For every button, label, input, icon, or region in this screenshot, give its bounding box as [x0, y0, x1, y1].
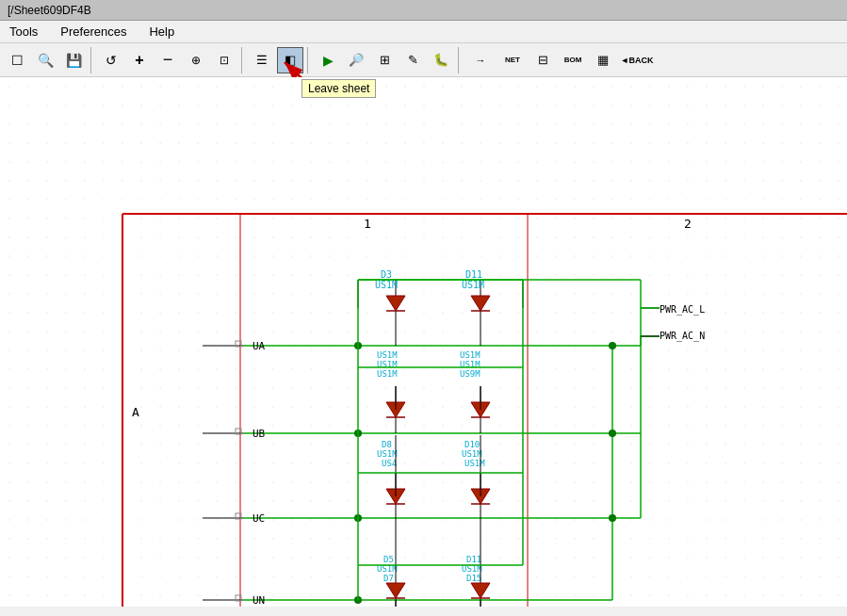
svg-text:US9M: US9M: [460, 369, 481, 379]
tb-highlight[interactable]: ◧: [277, 47, 303, 73]
svg-text:US1M: US1M: [377, 369, 398, 379]
tb-component[interactable]: ⊞: [371, 47, 398, 73]
net-ua: UA: [252, 340, 266, 352]
tb-pcb[interactable]: ▦: [590, 47, 616, 73]
tb-zoom-in[interactable]: +: [126, 47, 153, 73]
sep4: [458, 47, 462, 73]
tb-table[interactable]: ⊟: [529, 47, 556, 73]
junction-uc-right: [609, 514, 616, 522]
svg-text:US1M: US1M: [377, 350, 398, 360]
svg-rect-4: [0, 77, 847, 607]
tb-export1[interactable]: →: [465, 47, 496, 73]
net-un: UN: [252, 594, 265, 607]
net-uc: UC: [252, 512, 265, 525]
menu-help[interactable]: Help: [143, 23, 180, 41]
toolbar: ☐ 🔍 💾 ↺ + − ⊕ ⊡ ☰ ◧ ▶ 🔎 ⊞ ✎ 🐛 → NET ⊟ BO…: [0, 43, 847, 77]
tb-open[interactable]: 🔍: [32, 47, 58, 73]
pwr-ac-l-label: PWR_AC_L: [660, 304, 705, 316]
tb-new[interactable]: ☐: [4, 47, 30, 73]
tb-panel[interactable]: ☰: [249, 47, 275, 73]
d11-val: US1M: [462, 280, 484, 290]
svg-text:D5: D5: [383, 555, 394, 564]
junction-ub-right: [609, 430, 616, 437]
sep2: [241, 47, 245, 73]
tb-zoom-fit[interactable]: ⊕: [183, 47, 209, 73]
tb-zoom-out[interactable]: −: [155, 47, 181, 73]
tb-back[interactable]: ◄BACK: [618, 47, 656, 73]
d3-ref: D3: [381, 269, 392, 280]
svg-text:US1M: US1M: [377, 449, 398, 459]
svg-text:US1M: US1M: [460, 350, 481, 360]
menu-preferences[interactable]: Preferences: [55, 23, 132, 41]
svg-text:US4: US4: [382, 459, 397, 468]
svg-text:D8: D8: [382, 440, 392, 449]
titlebar: [/Sheet609DF4B: [0, 0, 847, 21]
schematic-diagram: /* dots rendered via pattern */ 1 2 A: [0, 77, 847, 607]
svg-text:D15: D15: [466, 574, 481, 583]
tb-search[interactable]: 🔎: [343, 47, 369, 73]
menubar: Tools Preferences Help: [0, 21, 847, 43]
svg-text:US1M: US1M: [462, 449, 482, 459]
tooltip: Leave sheet: [301, 79, 376, 98]
svg-text:D10: D10: [464, 440, 480, 449]
tb-net[interactable]: NET: [497, 47, 528, 73]
tb-run[interactable]: ▶: [315, 47, 341, 73]
schematic-area[interactable]: /* dots rendered via pattern */ 1 2 A: [0, 77, 847, 607]
junction-ua-right: [609, 342, 616, 349]
sep1: [90, 47, 94, 73]
border-label-2: 2: [684, 217, 692, 231]
pwr-ac-n-label: PWR_AC_N: [660, 331, 705, 342]
svg-text:US1M: US1M: [464, 459, 485, 468]
title-text: [/Sheet609DF4B: [8, 4, 91, 17]
d3-val: US1M: [375, 280, 398, 290]
tb-undo[interactable]: ↺: [98, 47, 124, 73]
d11-ref: D11: [465, 269, 482, 280]
svg-text:D11: D11: [466, 555, 481, 564]
tb-zoom-area[interactable]: ⊡: [211, 47, 237, 73]
tooltip-text: Leave sheet: [308, 82, 369, 95]
tb-edit[interactable]: ✎: [399, 47, 426, 73]
menu-tools[interactable]: Tools: [4, 23, 43, 41]
tb-save[interactable]: 💾: [60, 47, 87, 73]
tb-bom[interactable]: BOM: [558, 47, 588, 73]
border-label-a: A: [132, 405, 139, 419]
tb-debug[interactable]: 🐛: [428, 47, 454, 73]
sep3: [307, 47, 311, 73]
svg-text:D7: D7: [383, 574, 394, 583]
net-ub: UB: [252, 428, 266, 440]
border-label-1: 1: [364, 217, 371, 231]
